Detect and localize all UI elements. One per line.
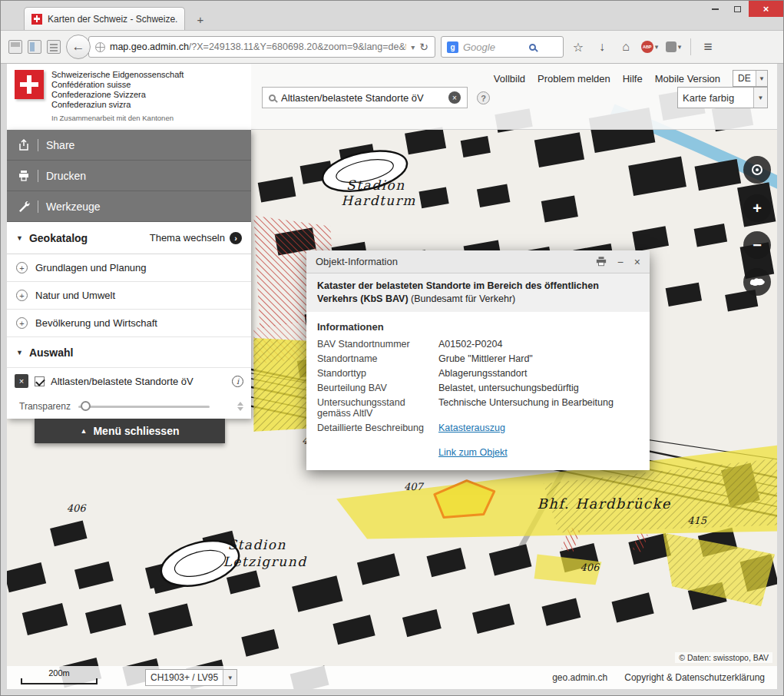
language-select[interactable]: DE ▼ [733, 70, 768, 87]
catalog-item-grundlagen[interactable]: + Grundlagen und Planung [7, 254, 251, 282]
split-view-icon[interactable] [28, 40, 41, 54]
popup-minimize-button[interactable]: − [617, 256, 624, 268]
object-link[interactable]: Link zum Objekt [438, 447, 639, 458]
info-value: Technische Untersuchung in Bearbeitung [438, 397, 639, 419]
cadastre-extract-link[interactable]: Katasterauszug [438, 423, 639, 433]
default-extent-button[interactable] [743, 268, 771, 296]
remove-layer-button[interactable]: × [15, 374, 28, 388]
report-problem-link[interactable]: Problem melden [538, 73, 610, 85]
sidebar: Share Drucken Werkzeuge ▼Geokatalog Them… [7, 130, 251, 419]
popup-print-button[interactable] [596, 257, 607, 267]
url-dropdown-icon[interactable]: ▾ [411, 43, 415, 51]
window-close-button[interactable]: × [749, 1, 783, 17]
extension-icon [666, 41, 676, 52]
selection-section[interactable]: ▼Auswahl [7, 337, 251, 368]
info-label: Detaillierte Beschreibung [317, 423, 432, 433]
new-tab-button[interactable]: + [191, 12, 210, 27]
layer-visibility-checkbox[interactable] [35, 376, 45, 386]
expand-plus-icon[interactable]: + [16, 262, 28, 273]
window-maximize-button[interactable] [726, 1, 749, 17]
projection-select[interactable]: CH1903+ / LV95 ▼ [145, 669, 237, 686]
footer-bar: 200m CH1903+ / LV95 ▼ geo.admin.ch Copyr… [7, 666, 777, 689]
bookmark-star-button[interactable]: ☆ [569, 37, 587, 57]
transparency-slider[interactable] [78, 401, 230, 412]
globe-icon [95, 42, 105, 52]
info-label: BAV Standortnummer [317, 339, 432, 350]
map-label-bhf-hardbruecke: Bhf. Hardbrücke [538, 495, 671, 512]
back-button[interactable]: ← [66, 35, 91, 59]
home-button[interactable]: ⌂ [617, 37, 635, 57]
scale-bar: 200m [21, 668, 98, 687]
info-label: Beurteilung BAV [317, 383, 432, 393]
info-value: A01502-P0204 [438, 339, 639, 350]
popup-title: Objekt-Information [316, 256, 585, 267]
site-content: Stadion Hardturm Stadion Letzigrund Bhf.… [7, 64, 777, 689]
reload-icon[interactable]: ↻ [419, 41, 428, 53]
geocatalog-label: Geokatalog [29, 232, 88, 244]
logo-text-line: Schweizerische Eidgenossenschaft [51, 70, 184, 80]
copyright-link[interactable]: Copyright & Datenschutzerklärung [624, 672, 765, 683]
move-up-icon [237, 402, 243, 406]
tab-title: Karten der Schweiz - Schweize... [48, 14, 177, 25]
chevron-right-icon: › [230, 232, 242, 244]
layer-reorder-buttons[interactable] [237, 402, 243, 411]
fullscreen-link[interactable]: Vollbild [494, 73, 525, 85]
adblock-button[interactable]: ABP ▾ [640, 37, 659, 57]
expand-plus-icon[interactable]: + [16, 317, 28, 329]
pages-icon[interactable] [8, 40, 22, 54]
tools-button[interactable]: Werkzeuge [7, 191, 251, 222]
transparency-label: Transparenz [19, 401, 71, 412]
menu-button[interactable]: ≡ [699, 37, 717, 57]
map-search-input[interactable] [281, 92, 443, 104]
print-button[interactable]: Drucken [7, 161, 251, 191]
confederation-logo[interactable]: Schweizerische Eidgenossenschaft Confédé… [7, 64, 251, 130]
google-icon[interactable]: g [447, 41, 458, 53]
help-link[interactable]: Hilfe [623, 73, 643, 85]
cooperation-note: In Zusammenarbeit mit den Kantonen [51, 114, 184, 122]
browser-search-bar[interactable]: g [441, 36, 564, 58]
search-help-button[interactable]: ? [477, 91, 490, 104]
geolocate-button[interactable] [743, 156, 771, 184]
switzerland-icon [749, 277, 766, 288]
clear-search-icon[interactable]: × [448, 91, 461, 104]
layer-info-icon[interactable]: i [232, 376, 243, 387]
downloads-button[interactable]: ↓ [593, 37, 611, 57]
printer-icon [596, 257, 607, 267]
popup-subtitle: Kataster der belasteten Standorte im Ber… [306, 273, 650, 312]
browser-search-input[interactable] [463, 41, 524, 53]
slider-handle[interactable] [81, 401, 91, 411]
geoadmin-link[interactable]: geo.admin.ch [552, 672, 607, 683]
geocatalog-section[interactable]: ▼Geokatalog Thema wechseln › [7, 222, 251, 254]
map-label-stadion-letzigrund: Letzigrund [223, 554, 307, 569]
clipboard-icon[interactable] [47, 40, 61, 54]
extension-button[interactable]: ▾ [664, 37, 683, 57]
transparency-row: Transparenz [7, 394, 251, 419]
search-icon [269, 94, 276, 101]
popup-body: Informationen BAV Standortnummer A01502-… [306, 312, 650, 470]
zoom-out-button[interactable]: − [743, 231, 771, 259]
search-icon[interactable] [529, 44, 536, 51]
chevron-down-icon: ▼ [223, 670, 237, 685]
popup-header[interactable]: Objekt-Information − × [306, 250, 650, 273]
window-minimize-button[interactable] [704, 1, 726, 17]
share-button[interactable]: Share [7, 130, 251, 161]
chevron-down-icon: ▾ [678, 43, 682, 51]
close-menu-button[interactable]: ▲ Menü schliessen [35, 419, 225, 443]
mobile-version-link[interactable]: Mobile Version [655, 73, 720, 85]
browser-tab[interactable]: Karten der Schweiz - Schweize... [24, 7, 185, 30]
change-theme-link[interactable]: Thema wechseln › [150, 232, 242, 244]
minimize-icon [712, 8, 719, 10]
popup-close-button[interactable]: × [634, 256, 640, 268]
expand-plus-icon[interactable]: + [16, 290, 28, 301]
url-bar[interactable]: map.geo.admin.ch/?X=249138.11&Y=680698.2… [88, 36, 435, 58]
titlebar: Karten der Schweiz - Schweize... + × [1, 1, 783, 30]
logo-text-line: Confederazione Svizzera [51, 90, 184, 100]
map-style-select[interactable]: Karte farbig ▼ [677, 87, 768, 108]
navigation-toolbar: ← map.geo.admin.ch/?X=249138.11&Y=680698… [1, 30, 783, 64]
chevron-down-icon: ▼ [16, 234, 23, 242]
catalog-item-bevoelkerung[interactable]: + Bevölkerung und Wirtschaft [7, 310, 251, 337]
zoom-in-button[interactable]: + [743, 194, 771, 222]
url-text[interactable]: map.geo.admin.ch/?X=249138.11&Y=680698.2… [110, 41, 406, 52]
catalog-item-natur[interactable]: + Natur und Umwelt [7, 282, 251, 310]
map-search-field[interactable]: × [262, 87, 468, 108]
